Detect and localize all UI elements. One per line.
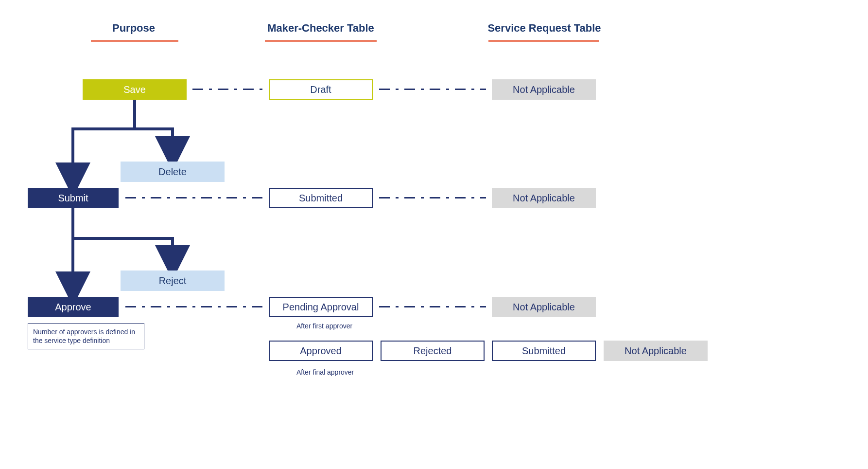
heading-maker-checker: Maker-Checker Table [258,22,384,35]
box-draft: Draft [269,79,373,100]
box-service-submitted: Submitted [492,341,596,361]
connector-submitted-na [379,197,486,198]
box-na-3: Not Applicable [492,297,596,317]
heading-service-request: Service Request Table [481,22,608,35]
box-na-2: Not Applicable [492,188,596,208]
connector-draft-na [379,89,486,90]
note-approvers: Number of approvers is defined in the se… [28,323,144,349]
box-submitted: Submitted [269,188,373,208]
connector-approve-pending [125,306,263,307]
box-approved: Approved [269,341,373,361]
box-reject: Reject [121,271,225,291]
underline-service-request [488,40,599,42]
box-na-1: Not Applicable [492,79,596,100]
note-after-first: After first approver [296,322,352,330]
underline-maker-checker [265,40,377,42]
box-pending-approval: Pending Approval [269,297,373,317]
box-rejected: Rejected [381,341,485,361]
connector-pending-na [379,306,486,307]
note-after-final: After final approver [296,368,354,376]
box-approve: Approve [28,297,119,317]
box-na-4: Not Applicable [604,341,708,361]
